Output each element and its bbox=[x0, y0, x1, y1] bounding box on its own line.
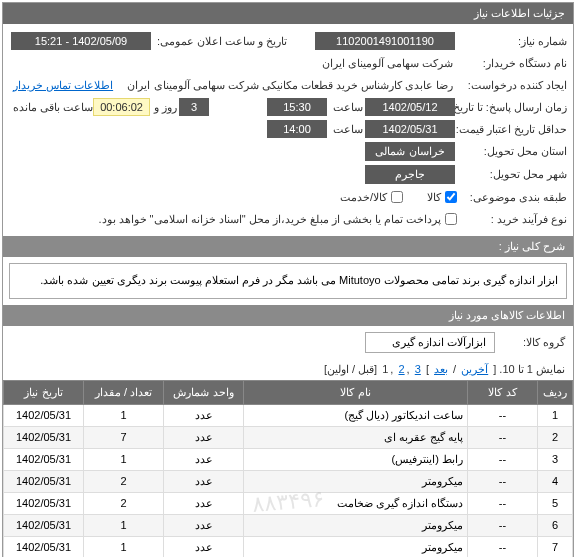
label-purchase-type: نوع فرآیند خرید : bbox=[457, 213, 567, 226]
row-creator: ایجاد کننده درخواست: رضا عابدی کارشناس خ… bbox=[9, 74, 567, 96]
pager-1: 1 bbox=[382, 363, 388, 375]
cell-name: میکرومتر bbox=[244, 470, 468, 492]
cell-unit: عدد bbox=[164, 492, 244, 514]
cell-name: دستگاه اندازه گیری ضخامت bbox=[244, 492, 468, 514]
cell-qty: 2 bbox=[84, 470, 164, 492]
th-name: نام کالا bbox=[244, 380, 468, 404]
cell-date: 1402/05/31 bbox=[4, 470, 84, 492]
label-category: طبقه بندی موضوعی: bbox=[457, 191, 567, 204]
table-row[interactable]: 1--ساعت اندیکاتور (دیال گیج)عدد11402/05/… bbox=[4, 404, 573, 426]
row-category: طبقه بندی موضوعی: کالا کالا/خدمت bbox=[9, 186, 567, 208]
pager-next[interactable]: بعد bbox=[434, 363, 448, 375]
row-group: گروه کالا: ابزارآلات اندازه گیری bbox=[3, 326, 573, 359]
cell-code: -- bbox=[468, 536, 538, 557]
row-province: استان محل تحویل: خراسان شمالی bbox=[9, 140, 567, 163]
checkbox-service[interactable] bbox=[391, 191, 403, 203]
label-province: استان محل تحویل: bbox=[457, 145, 567, 158]
cell-name: ساعت اندیکاتور (دیال گیج) bbox=[244, 404, 468, 426]
row-deadline: زمان ارسال پاسخ: تا تاریخ: 1402/05/12 سا… bbox=[9, 96, 567, 118]
pager: نمایش 1 تا 10. [ آخرین / بعد ] 3 ,2 ,1 [… bbox=[3, 359, 573, 380]
label-payment-note: پرداخت تمام یا بخشی از مبلغ خرید،از محل … bbox=[94, 213, 441, 226]
label-group: گروه کالا: bbox=[495, 336, 565, 349]
cell-idx: 4 bbox=[538, 470, 573, 492]
cell-code: -- bbox=[468, 514, 538, 536]
label-validity: حداقل تاریخ اعتبار قیمت: تا تاریخ: bbox=[457, 123, 567, 136]
label-creator: ایجاد کننده درخواست: bbox=[457, 79, 567, 92]
checkbox-goods[interactable] bbox=[445, 191, 457, 203]
value-city: جاجرم bbox=[365, 165, 455, 184]
label-req-no: شماره نیاز: bbox=[457, 35, 567, 48]
table-row[interactable]: 6--میکرومترعدد11402/05/31 bbox=[4, 514, 573, 536]
table-row[interactable]: 4--میکرومترعدد21402/05/31 bbox=[4, 470, 573, 492]
row-purchase-type: نوع فرآیند خرید : پرداخت تمام یا بخشی از… bbox=[9, 208, 567, 230]
value-validity-date: 1402/05/31 bbox=[365, 120, 455, 138]
pager-last[interactable]: آخرین bbox=[461, 363, 488, 375]
cell-unit: عدد bbox=[164, 514, 244, 536]
cell-name: پایه گیج عقربه ای bbox=[244, 426, 468, 448]
checkbox-service-group: کالا/خدمت bbox=[336, 191, 403, 204]
items-header: اطلاعات کالاهای مورد نیاز bbox=[3, 305, 573, 326]
table-row[interactable]: 3--رابط (اینترفیس)عدد11402/05/31 bbox=[4, 448, 573, 470]
cell-name: رابط (اینترفیس) bbox=[244, 448, 468, 470]
cell-qty: 1 bbox=[84, 448, 164, 470]
cell-qty: 2 bbox=[84, 492, 164, 514]
pager-3[interactable]: 3 bbox=[415, 363, 421, 375]
cell-qty: 1 bbox=[84, 404, 164, 426]
th-code: کد کالا bbox=[468, 380, 538, 404]
cell-unit: عدد bbox=[164, 404, 244, 426]
cell-idx: 3 bbox=[538, 448, 573, 470]
table-row[interactable]: 2--پایه گیج عقربه ایعدد71402/05/31 bbox=[4, 426, 573, 448]
th-unit: واحد شمارش bbox=[164, 380, 244, 404]
description-box: ابزار اندازه گیری برند تمامی محصولات Mit… bbox=[9, 263, 567, 299]
table-wrapper: ردیف کد کالا نام کالا واحد شمارش تعداد /… bbox=[3, 380, 573, 557]
table-row[interactable]: 5--دستگاه اندازه گیری ضخامتعدد21402/05/3… bbox=[4, 492, 573, 514]
label-time2: ساعت bbox=[329, 123, 363, 136]
label-deadline: زمان ارسال پاسخ: تا تاریخ: bbox=[457, 101, 567, 114]
panel-title: جزئیات اطلاعات نیاز bbox=[3, 3, 573, 24]
cell-idx: 2 bbox=[538, 426, 573, 448]
cell-name: میکرومتر bbox=[244, 536, 468, 557]
value-pub-date: 1402/05/09 - 15:21 bbox=[11, 32, 151, 50]
checkbox-goods-group: کالا bbox=[423, 191, 457, 204]
cell-date: 1402/05/31 bbox=[4, 404, 84, 426]
cell-code: -- bbox=[468, 426, 538, 448]
th-qty: تعداد / مقدار bbox=[84, 380, 164, 404]
value-days-left: 3 bbox=[179, 98, 209, 116]
cell-date: 1402/05/31 bbox=[4, 514, 84, 536]
countdown-timer: 00:06:02 bbox=[93, 98, 150, 116]
table-row[interactable]: 7--میکرومترعدد11402/05/31 bbox=[4, 536, 573, 557]
checkbox-payment[interactable] bbox=[445, 213, 457, 225]
info-form: شماره نیاز: 1102001491001190 تاریخ و ساع… bbox=[3, 24, 573, 236]
cell-code: -- bbox=[468, 492, 538, 514]
row-buyer: نام دستگاه خریدار: شرکت سهامی آلومینای ا… bbox=[9, 52, 567, 74]
cell-date: 1402/05/31 bbox=[4, 536, 84, 557]
cell-qty: 7 bbox=[84, 426, 164, 448]
cell-name: میکرومتر bbox=[244, 514, 468, 536]
pager-prefix: نمایش 1 تا 10. [ bbox=[490, 363, 565, 375]
cell-idx: 7 bbox=[538, 536, 573, 557]
row-req-no: شماره نیاز: 1102001491001190 تاریخ و ساع… bbox=[9, 30, 567, 52]
main-panel: جزئیات اطلاعات نیاز شماره نیاز: 11020014… bbox=[2, 2, 574, 557]
value-validity-time: 14:00 bbox=[267, 120, 327, 138]
label-city: شهر محل تحویل: bbox=[457, 168, 567, 181]
cell-code: -- bbox=[468, 448, 538, 470]
cell-qty: 1 bbox=[84, 514, 164, 536]
th-date: تاریخ نیاز bbox=[4, 380, 84, 404]
pager-2[interactable]: 2 bbox=[398, 363, 404, 375]
label-time1: ساعت bbox=[329, 101, 363, 114]
cell-code: -- bbox=[468, 404, 538, 426]
value-creator: رضا عابدی کارشناس خرید قطعات مکانیکی شرک… bbox=[123, 79, 457, 92]
value-group: ابزارآلات اندازه گیری bbox=[365, 332, 495, 353]
items-table: ردیف کد کالا نام کالا واحد شمارش تعداد /… bbox=[3, 380, 573, 557]
cell-unit: عدد bbox=[164, 536, 244, 557]
value-province: خراسان شمالی bbox=[365, 142, 455, 161]
label-buyer: نام دستگاه خریدار: bbox=[457, 57, 567, 70]
cell-code: -- bbox=[468, 470, 538, 492]
cell-date: 1402/05/31 bbox=[4, 426, 84, 448]
value-deadline-date: 1402/05/12 bbox=[365, 98, 455, 116]
contact-link[interactable]: اطلاعات تماس خریدار bbox=[9, 79, 117, 92]
cell-date: 1402/05/31 bbox=[4, 492, 84, 514]
pager-suffix: [قبل / اولین] bbox=[324, 363, 380, 375]
table-header-row: ردیف کد کالا نام کالا واحد شمارش تعداد /… bbox=[4, 380, 573, 404]
value-deadline-time: 15:30 bbox=[267, 98, 327, 116]
